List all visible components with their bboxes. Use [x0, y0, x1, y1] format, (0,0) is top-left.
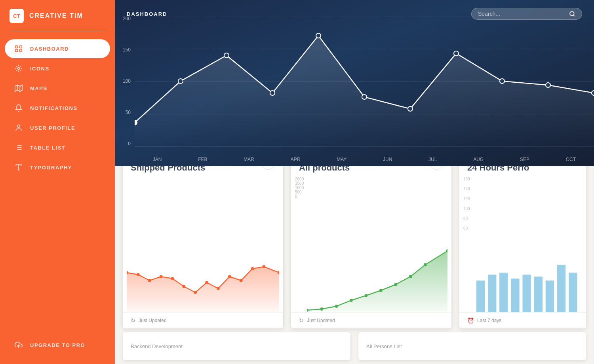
bottom-card-persons: All Persons List — [358, 332, 586, 360]
sidebar-nav: DASHBOARD ICONS MAPS — [0, 35, 115, 329]
y-label-0: 0 — [119, 141, 131, 146]
card-footer-email: ⏰ Last 7 days — [459, 312, 586, 328]
footer-text-email: Last 7 days — [477, 318, 501, 323]
svg-rect-59 — [511, 279, 519, 312]
bottom-cards-row: Backend Development All Persons List — [123, 332, 586, 360]
svg-rect-61 — [534, 277, 543, 312]
bottom-card-persons-label: All Persons List — [366, 343, 402, 349]
card-email-stats: Email Statistics 24 Hours Perfo 16014012… — [459, 148, 586, 328]
search-input[interactable] — [478, 11, 566, 17]
user-icon — [14, 123, 23, 132]
dashboard-icon — [14, 44, 23, 53]
main-content: DASHBOARD 200 150 100 50 0 — [115, 0, 594, 364]
svg-point-52 — [394, 283, 397, 286]
svg-rect-57 — [488, 275, 496, 312]
svg-marker-5 — [15, 85, 22, 92]
svg-point-29 — [592, 91, 594, 95]
maps-icon — [14, 84, 23, 93]
card-footer-shipped: ↻ Just Updated — [123, 312, 283, 328]
page-title: DASHBOARD — [127, 11, 168, 17]
x-label-jan: JAN — [153, 157, 162, 162]
svg-point-8 — [17, 125, 20, 128]
card-shipped-products: Global Sales Shipped Products — [123, 148, 283, 328]
upgrade-to-pro-button[interactable]: UPGRADE TO PRO — [10, 336, 105, 355]
cloud-upload-icon — [14, 341, 23, 349]
main-line-chart — [135, 16, 594, 146]
sidebar-item-label: USER PROFILE — [30, 125, 75, 131]
svg-point-21 — [224, 53, 229, 58]
card-chart-email — [459, 177, 586, 312]
svg-point-18 — [570, 11, 574, 16]
svg-point-41 — [240, 279, 243, 282]
sidebar-item-notifications[interactable]: NOTIFICATIONS — [5, 99, 110, 118]
svg-rect-2 — [15, 49, 18, 52]
card-chart-products — [291, 177, 451, 312]
svg-rect-63 — [557, 265, 565, 312]
svg-rect-62 — [546, 281, 554, 312]
svg-point-20 — [178, 79, 183, 83]
upgrade-label: UPGRADE TO PRO — [30, 342, 85, 348]
svg-rect-0 — [15, 46, 18, 48]
card-footer-products: ↻ Just Updated — [291, 312, 451, 328]
search-box[interactable] — [471, 8, 582, 20]
footer-text-products: Just Updated — [307, 318, 335, 323]
svg-rect-64 — [569, 273, 577, 312]
bottom-card-backend: Backend Development — [123, 332, 350, 360]
table-icon — [14, 143, 23, 152]
svg-point-49 — [350, 299, 352, 302]
sidebar-item-maps[interactable]: MAPS — [5, 79, 110, 98]
svg-point-23 — [316, 33, 321, 38]
bottom-card-backend-label: Backend Development — [131, 343, 183, 349]
svg-point-48 — [335, 305, 338, 308]
sidebar-item-label: MAPS — [30, 85, 48, 91]
svg-point-50 — [365, 294, 367, 297]
svg-point-25 — [408, 106, 413, 111]
svg-point-34 — [160, 275, 163, 278]
svg-point-36 — [183, 285, 186, 288]
sidebar-item-label: NOTIFICATIONS — [30, 105, 78, 111]
y-label-50: 50 — [119, 110, 131, 115]
sidebar-item-typography[interactable]: TYPOGRAPHY — [5, 158, 110, 177]
svg-point-51 — [379, 289, 382, 292]
svg-point-35 — [171, 277, 174, 280]
sidebar-item-table-list[interactable]: TABLE LIST — [5, 138, 110, 157]
svg-point-22 — [270, 91, 275, 95]
x-label-aug: AUG — [473, 157, 484, 162]
logo-badge: CT — [10, 9, 24, 23]
svg-point-54 — [424, 263, 426, 266]
x-label-may: MAY — [337, 157, 346, 162]
cards-area: Global Sales Shipped Products — [115, 148, 594, 364]
svg-point-27 — [500, 79, 505, 83]
alarm-icon: ⏰ — [467, 317, 474, 324]
sidebar-item-label: ICONS — [30, 66, 50, 72]
x-label-jun: JUN — [383, 157, 392, 162]
search-icon — [569, 11, 575, 17]
sidebar-item-icons[interactable]: ICONS — [5, 59, 110, 78]
card-all-products: 2018 Sales All products 2000150010005000 — [291, 148, 451, 328]
svg-point-32 — [137, 273, 140, 276]
svg-rect-1 — [20, 46, 22, 48]
sidebar-item-label: DASHBOARD — [30, 46, 69, 52]
svg-point-53 — [409, 275, 412, 278]
svg-rect-58 — [499, 273, 508, 312]
svg-point-26 — [454, 51, 459, 56]
svg-point-38 — [205, 281, 208, 284]
notification-icon — [14, 104, 23, 112]
svg-point-42 — [251, 267, 254, 270]
topbar: DASHBOARD — [115, 0, 594, 28]
typography-icon — [14, 163, 23, 172]
refresh-icon-shipped: ↻ — [131, 317, 135, 324]
sidebar-divider — [10, 31, 105, 31]
y-axis-labels: 200 150 100 50 0 — [115, 16, 135, 146]
svg-rect-3 — [20, 49, 22, 52]
x-label-mar: MAR — [244, 157, 254, 162]
sidebar-item-dashboard[interactable]: DASHBOARD — [5, 39, 110, 58]
card-chart-shipped — [123, 177, 283, 312]
x-label-oct: OCT — [566, 157, 576, 162]
svg-rect-56 — [476, 281, 485, 312]
sidebar-item-user-profile[interactable]: USER PROFILE — [5, 118, 110, 137]
x-label-feb: FEB — [198, 157, 207, 162]
svg-point-28 — [546, 83, 550, 87]
x-label-apr: APR — [291, 157, 301, 162]
svg-point-37 — [194, 291, 197, 294]
